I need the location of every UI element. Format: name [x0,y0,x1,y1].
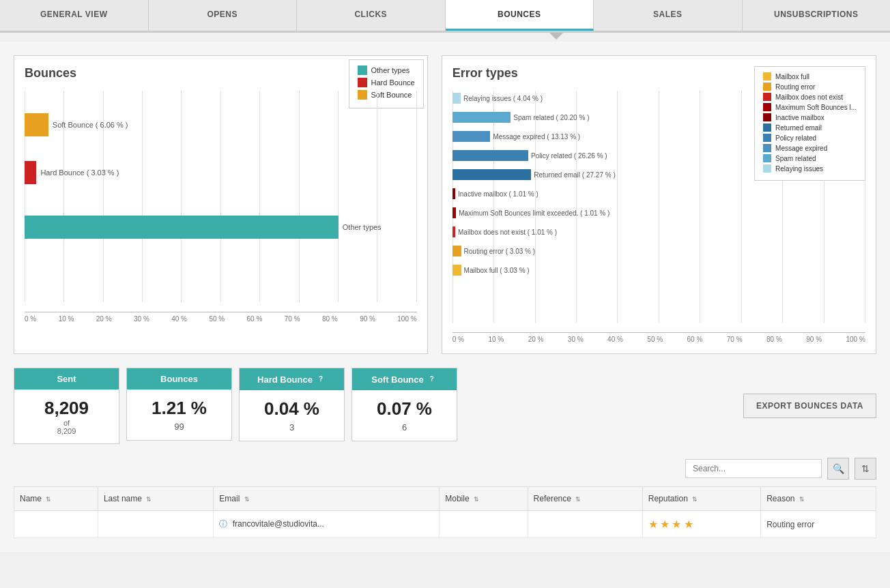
active-tab-arrow [549,33,563,40]
hard-bounce-bar [25,161,36,184]
bar-inactive-label: Inactive mailbox ( 1.01 % ) [458,190,539,198]
stat-soft-bounce-header: Soft Bounce ? [352,368,457,390]
bar-mailbox-full [453,265,461,276]
error-bar-mailbox-notexist: Mailbox does not exist ( 1.01 % ) [453,224,742,239]
star-1: ★ [648,518,658,530]
tab-sales[interactable]: SALES [594,0,743,31]
legend-color-relaying [763,164,771,173]
charts-row: Bounces Other types Hard Bounce Soft Bou… [14,55,876,354]
col-reference[interactable]: Reference ⇅ [528,487,642,511]
error-bar-policy: Policy related ( 26.26 % ) [453,148,742,163]
bar-inactive [453,188,455,199]
bar-spam [453,112,511,123]
download-button[interactable]: ⇅ [855,458,876,480]
tab-bounces[interactable]: BOUNCES [446,0,594,31]
legend-color-returned [763,123,771,132]
bar-max-soft [453,207,457,218]
table-section: 🔍 ⇅ Name ⇅ Last name ⇅ Email [14,458,876,538]
error-bar-returned: Returned email ( 27.27 % ) [453,167,742,182]
col-reason[interactable]: Reason ⇅ [761,487,876,511]
col-mobile[interactable]: Mobile ⇅ [440,487,528,511]
bar-message-expired [453,131,491,142]
cell-reputation: ★ ★ ★ ★ [642,511,760,538]
stat-hard-bounce-value: 0.04 % [245,398,339,420]
legend-label-other: Other types [371,66,410,74]
sort-reference-icon[interactable]: ⇅ [575,496,581,503]
table-body: ⓘ francovitale@studiovita... ★ ★ ★ ★ Rou… [14,511,876,538]
error-bar-max-soft: Maximum Soft Bounces limit exceeded. ( 1… [453,205,824,220]
bar-max-soft-label: Maximum Soft Bounces limit exceeded. ( 1… [459,209,609,217]
cell-name [14,511,98,538]
soft-bounce-bar-row: Soft Bounce ( 6.06 % ) [25,111,417,138]
col-name[interactable]: Name ⇅ [14,487,98,511]
sort-reason-icon[interactable]: ⇅ [799,496,805,503]
bar-routing-label: Routing error ( 3.03 % ) [464,248,536,255]
sort-mobile-icon[interactable]: ⇅ [474,496,479,503]
legend-color-other [358,65,367,75]
col-reputation[interactable]: Reputation ⇅ [642,487,760,511]
error-legend-spam: Spam related [763,154,857,162]
error-types-chart-box: Error types Mailbox full Routing error M… [442,55,876,354]
tab-general[interactable]: GENERAL VIEW [0,0,149,31]
legend-color-message-expired [763,144,771,152]
stat-soft-bounce-value: 0.07 % [358,398,451,420]
search-icon: 🔍 [833,463,844,474]
error-bar-routing: Routing error ( 3.03 % ) [453,244,742,259]
tab-opens[interactable]: OPENS [149,0,298,31]
stat-sent-sub: of [20,419,113,427]
soft-bounce-info-icon[interactable]: ? [427,374,437,385]
legend-item-other: Other types [358,65,415,75]
error-bar-relaying: Relaying issues ( 4.04 % ) [453,91,659,106]
stat-soft-bounce: Soft Bounce ? 0.07 % 6 [351,368,457,441]
export-bounces-btn[interactable]: EXPORT BOUNCES DATA [743,394,876,418]
table-row: ⓘ francovitale@studiovita... ★ ★ ★ ★ Rou… [14,511,876,538]
other-types-label: Other types [343,223,382,231]
tab-clicks[interactable]: CLICKS [297,0,446,31]
stat-bounces-header: Bounces [127,368,231,389]
stat-hard-bounce-body: 0.04 % 3 [240,390,344,441]
stat-bounces-value: 1.21 % [132,398,226,419]
sort-lastname-icon[interactable]: ⇅ [146,496,152,503]
stat-bounces-body: 1.21 % 99 [127,389,231,440]
stats-row: Sent 8,209 of 8,209 Bounces 1.21 % 99 Ha… [14,368,876,444]
bar-mailbox-notexist-label: Mailbox does not exist ( 1.01 % ) [458,229,557,236]
hard-bounce-label: Hard Bounce ( 3.03 % ) [40,168,119,177]
error-legend-returned: Returned email [763,123,857,132]
hard-bounce-info-icon[interactable]: ? [315,374,326,385]
error-legend-mailbox-full: Mailbox full [763,72,857,80]
bar-policy [453,150,528,161]
bar-mailbox-notexist [453,226,455,237]
tab-unsubscriptions[interactable]: UNSUBSCRIPTIONS [743,0,891,31]
error-legend-relaying: Relaying issues [763,164,857,173]
search-button[interactable]: 🔍 [827,458,849,480]
stat-sent-sub2: 8,209 [20,427,113,435]
bar-policy-label: Policy related ( 26.26 % ) [531,152,607,160]
bounces-chart-area: Soft Bounce ( 6.06 % ) Hard Bounce ( 3.0… [25,91,417,323]
legend-color-mailbox-notexist [763,93,771,101]
cell-lastname [98,511,213,538]
star-4: ★ [684,518,693,530]
error-bar-spam: Spam related ( 20.20 % ) [453,110,742,125]
sort-email-icon[interactable]: ⇅ [244,496,250,503]
stat-soft-bounce-body: 0.07 % 6 [352,390,457,441]
stat-sent-value: 8,209 [20,398,113,419]
sort-reputation-icon[interactable]: ⇅ [692,496,698,503]
bar-spam-label: Spam related ( 20.20 % ) [513,114,589,121]
error-bar-mailbox-full: Mailbox full ( 3.03 % ) [453,263,742,278]
legend-color-policy [763,134,771,142]
search-input[interactable] [685,459,822,478]
error-legend-inactive: Inactive mailbox [763,113,857,121]
error-x-axis: 0 % 10 % 20 % 30 % 40 % 50 % 60 % 70 % 8… [453,332,865,343]
bar-routing [453,246,461,256]
col-lastname[interactable]: Last name ⇅ [98,487,213,511]
error-legend-routing-error: Routing error [763,83,857,91]
star-3: ★ [672,518,681,530]
export-btn-container: EXPORT BOUNCES DATA [743,394,876,418]
email-info-icon: ⓘ [219,519,227,529]
other-types-bar [25,216,339,239]
legend-color-inactive [763,113,771,121]
bar-mailbox-full-label: Mailbox full ( 3.03 % ) [464,267,530,274]
col-email[interactable]: Email ⇅ [214,487,440,511]
legend-label-hard: Hard Bounce [371,78,415,87]
sort-name-icon[interactable]: ⇅ [46,496,51,503]
